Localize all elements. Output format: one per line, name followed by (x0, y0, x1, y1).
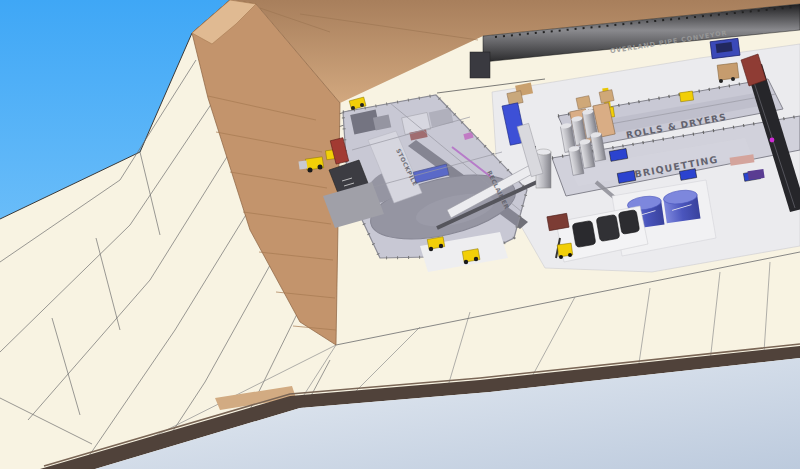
coil-3 (618, 210, 640, 235)
transfer-house (470, 52, 490, 78)
wheel (351, 106, 355, 110)
tanker-cab-2 (599, 90, 614, 103)
wheel (429, 247, 433, 251)
coil-2 (596, 214, 620, 241)
wheel (559, 255, 563, 259)
scene-svg: OVERLAND PIPE CONVEYOR ROLLS & DRYERS BR… (0, 0, 800, 469)
tanker-cab-1 (576, 96, 591, 109)
magenta-idler (770, 138, 775, 143)
silo-top (536, 149, 551, 155)
truck-cab-red (547, 213, 569, 230)
wheel (731, 77, 735, 81)
wheel (360, 103, 364, 107)
yellow-unit (680, 91, 694, 102)
wheel (474, 257, 478, 261)
wheel (308, 168, 313, 173)
wheel (439, 244, 443, 248)
coil-1 (572, 220, 596, 247)
wheel (568, 253, 572, 257)
tan-container (717, 63, 739, 80)
wheel (318, 165, 323, 170)
wheel (719, 79, 723, 83)
loader-bucket (298, 160, 307, 169)
wheel (464, 260, 468, 264)
cad-3d-viewport[interactable]: OVERLAND PIPE CONVEYOR ROLLS & DRYERS BR… (0, 0, 800, 469)
